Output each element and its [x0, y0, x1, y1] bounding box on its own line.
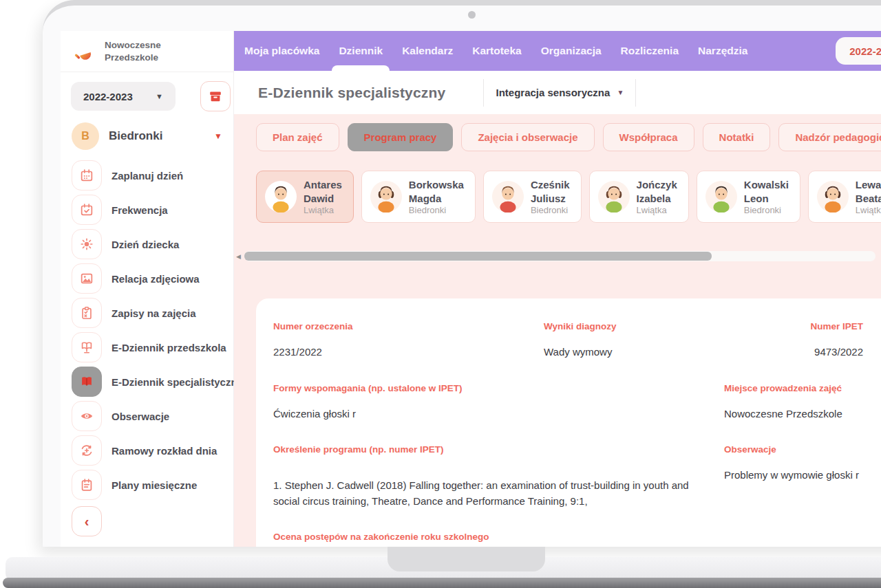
sidebar-item-zapisy-na-zajecia[interactable]: Zapisy na zajęcia — [72, 298, 233, 328]
scroll-left-arrow-icon[interactable]: ◀ — [236, 253, 241, 260]
tab-notatki[interactable]: Notatki — [703, 123, 771, 151]
webcam-dot — [468, 11, 476, 19]
laptop-hinge-notch — [388, 545, 545, 571]
nav-narzedzia[interactable]: Narzędzia — [690, 31, 756, 71]
nav-rozliczenia[interactable]: Rozliczenia — [613, 31, 687, 71]
laptop-mockup: Nowoczesne Przedszkole 2022-2023 ▼ — [0, 0, 881, 588]
chevron-left-icon: ‹ — [85, 514, 89, 530]
field-wyniki-diagnozy: Wyniki diagnozy Wady wymowy — [544, 321, 724, 360]
journal-section: Plan zajęć Program pracy Zajęcia i obser… — [234, 114, 881, 547]
category-select[interactable]: Integracja sensoryczna ▼ — [483, 79, 636, 107]
clipboard-icon — [72, 298, 102, 328]
cards-horizontal-scrollbar: ◀ — [236, 251, 881, 261]
sidebar-item-relacja-zdjeciowa[interactable]: Relacja zdjęciowa — [72, 263, 233, 294]
sidebar-item-frekwencja[interactable]: Frekwencja — [72, 195, 233, 225]
sidebar-collapse-button[interactable]: ‹ — [72, 506, 102, 536]
tabs: Plan zajęć Program pracy Zajęcia i obser… — [256, 123, 881, 151]
student-card[interactable]: Borkowska Magda Biedronki — [361, 171, 476, 223]
field-ocena-postepow: Ocena postępów na zakończenie roku szkol… — [273, 532, 724, 547]
page-header: E-Dziennik specjalistyczny Integracja se… — [234, 71, 881, 114]
field-numer-ipet: Numer IPET 9473/2022 — [724, 321, 863, 360]
photo-icon — [72, 263, 102, 294]
calendar-icon — [72, 160, 102, 190]
student-card[interactable]: Cześnik Juliusz Biedronki — [483, 171, 582, 223]
group-selector[interactable]: B Biedronki ▼ — [72, 122, 224, 150]
archive-button[interactable] — [200, 81, 231, 111]
sun-icon — [72, 229, 102, 259]
chevron-down-icon: ▼ — [617, 89, 624, 96]
student-avatar — [817, 181, 849, 213]
student-card[interactable]: Antares Dawid Lwiątka — [256, 171, 354, 223]
student-cards: Antares Dawid Lwiątka — [256, 171, 881, 223]
sidebar-item-zaplanuj-dzien[interactable]: Zaplanuj dzień — [72, 160, 233, 190]
student-card[interactable]: Jończyk Izabela Lwiątka — [589, 171, 689, 223]
tab-program-pracy[interactable]: Program pracy — [348, 123, 454, 151]
handprint-logo-icon — [72, 39, 96, 64]
notebook-icon — [72, 470, 102, 500]
lectern-book-icon — [72, 332, 102, 362]
sidebar-item-plany-miesieczne[interactable]: Plany miesięczne — [72, 470, 233, 500]
school-year-select[interactable]: 2022-2023 ▼ — [71, 82, 176, 111]
sidebar-item-edziennik-specjalistyczny[interactable]: E-Dziennik specjalistyczny — [72, 367, 233, 397]
eye-icon — [72, 401, 102, 431]
sidebar-item-edziennik-przedszkola[interactable]: E-Dziennik przedszkola — [72, 332, 233, 362]
tab-nadzor-pedagogiczny[interactable]: Nadzór pedagogiczny — [778, 123, 881, 151]
tab-wspolpraca[interactable]: Współpraca — [603, 123, 694, 151]
calendar-check-icon — [72, 195, 102, 225]
sidebar-item-ramowy-rozklad-dnia[interactable]: Ramowy rozkład dnia — [72, 435, 233, 466]
field-obserwacje: Obserwacje Problemy w wymowie głoski r — [724, 444, 863, 509]
page-title: E-Dziennik specjalistyczny — [258, 85, 445, 101]
sidebar: Nowoczesne Przedszkole 2022-2023 ▼ — [61, 31, 234, 547]
student-avatar — [492, 181, 524, 213]
brand-name: Nowoczesne Przedszkole — [105, 39, 161, 63]
scrollbar-thumb[interactable] — [244, 252, 712, 261]
nav-moja-placowka[interactable]: Moja placówka — [236, 31, 328, 71]
nav-kalendarz[interactable]: Kalendarz — [394, 31, 461, 71]
nav-year-button[interactable]: 2022-2023 — [836, 37, 881, 65]
student-card[interactable]: Lewandowska Beata Lwiątka — [808, 171, 881, 223]
schedule-refresh-icon — [72, 435, 102, 466]
program-form-card: Numer orzeczenia 2231/2022 Wyniki diagno… — [256, 298, 881, 547]
sidebar-item-obserwacje[interactable]: Obserwacje — [72, 401, 233, 431]
scrollbar-track[interactable] — [244, 251, 875, 261]
student-avatar — [265, 181, 297, 213]
student-card[interactable]: Kowalski Leon Biedronki — [697, 171, 800, 223]
student-avatar — [705, 181, 737, 213]
field-miejsce-prowadzenia: Miejsce prowadzenia zajęć Nowoczesne Prz… — [724, 383, 863, 422]
open-book-icon — [72, 367, 102, 397]
brand: Nowoczesne Przedszkole — [61, 31, 233, 72]
tab-zajecia-i-obserwacje[interactable]: Zajęcia i obserwacje — [461, 123, 594, 151]
app-window: Nowoczesne Przedszkole 2022-2023 ▼ — [61, 31, 881, 547]
top-navigation: Moja placówka Dziennik Kalendarz Kartote… — [234, 31, 881, 71]
sidebar-menu: Zaplanuj dzień Frekwencja — [72, 160, 233, 500]
student-avatar — [370, 181, 402, 213]
group-avatar: B — [72, 122, 99, 150]
chevron-down-icon: ▼ — [156, 92, 163, 100]
field-numer-orzeczenia: Numer orzeczenia 2231/2022 — [273, 321, 544, 360]
field-formy-wspomagania: Formy wspomagania (np. ustalone w IPET) … — [273, 383, 724, 422]
tab-plan-zajec[interactable]: Plan zajęć — [256, 123, 339, 151]
nav-dziennik[interactable]: Dziennik — [330, 31, 391, 71]
chevron-down-icon: ▼ — [214, 131, 222, 141]
laptop-base-edge — [3, 578, 881, 588]
field-okreslenie-programu: Określenie programu (np. numer IPET) 1. … — [273, 444, 724, 509]
nav-organizacja[interactable]: Organizacja — [533, 31, 610, 71]
archive-icon — [208, 89, 223, 104]
sidebar-item-dzien-dziecka[interactable]: Dzień dziecka — [72, 229, 233, 259]
nav-kartoteka[interactable]: Kartoteka — [464, 31, 530, 71]
student-avatar — [598, 181, 630, 213]
